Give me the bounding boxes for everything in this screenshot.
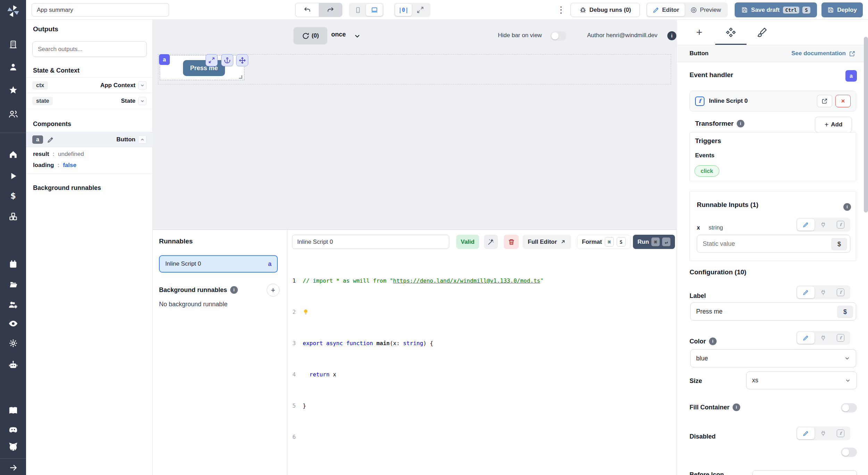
chevron-up-icon[interactable] bbox=[138, 135, 147, 144]
lightbulb-icon[interactable] bbox=[303, 307, 309, 317]
fullwidth-layout-button[interactable] bbox=[412, 4, 428, 16]
add-transformer-button[interactable]: + Add bbox=[815, 117, 852, 133]
tab-component-settings[interactable] bbox=[725, 26, 737, 39]
tab-editor[interactable]: Editor bbox=[647, 3, 685, 16]
mobile-view-button[interactable] bbox=[350, 4, 366, 16]
connect-mode-plug-button[interactable] bbox=[815, 286, 832, 298]
eval-mode-function-button[interactable]: f bbox=[832, 219, 849, 231]
dollar-template-button[interactable]: $ bbox=[837, 306, 853, 318]
app-summary-input[interactable] bbox=[32, 3, 169, 17]
connect-mode-plug-button[interactable] bbox=[815, 332, 832, 344]
redo-button[interactable] bbox=[319, 3, 342, 17]
press-me-button[interactable]: Press me bbox=[183, 60, 225, 76]
result-prop-row[interactable]: result : undefined bbox=[33, 151, 84, 158]
debug-runs-button[interactable]: Debug runs (0) bbox=[570, 3, 640, 17]
info-icon[interactable]: i bbox=[230, 286, 238, 294]
hide-bar-toggle[interactable] bbox=[550, 31, 566, 41]
event-handler-script-card[interactable]: f Inline Script 0 × bbox=[690, 91, 856, 111]
favorites-star-icon[interactable] bbox=[9, 85, 18, 94]
desktop-view-button[interactable] bbox=[366, 4, 383, 16]
fill-container-toggle[interactable] bbox=[841, 403, 857, 412]
delete-script-button[interactable] bbox=[504, 235, 519, 249]
user-icon[interactable] bbox=[9, 62, 18, 72]
resources-boxes-icon[interactable] bbox=[8, 212, 18, 221]
github-icon[interactable] bbox=[8, 442, 18, 452]
eval-mode-function-button[interactable]: f bbox=[832, 427, 849, 439]
full-editor-button[interactable]: Full Editor bbox=[523, 235, 571, 249]
code-editor[interactable]: 1// import * as wmill from "https://deno… bbox=[287, 255, 676, 475]
see-documentation-link[interactable]: See documentation bbox=[791, 50, 856, 57]
more-menu-button[interactable]: ⋮ bbox=[557, 3, 566, 17]
settings-gear-icon[interactable] bbox=[8, 339, 18, 348]
deploy-button[interactable]: Deploy bbox=[821, 2, 863, 17]
groups-icon[interactable] bbox=[8, 109, 18, 119]
connect-mode-plug-button[interactable] bbox=[815, 427, 832, 439]
open-script-button[interactable] bbox=[817, 95, 832, 107]
collapse-arrow-icon[interactable] bbox=[9, 463, 18, 472]
state-output-row[interactable]: state State bbox=[26, 93, 153, 109]
size-select[interactable]: xs bbox=[746, 372, 857, 389]
workspace-icon[interactable] bbox=[9, 40, 18, 49]
inline-script-item[interactable]: Inline Script 0 a bbox=[159, 255, 278, 273]
move-handle[interactable] bbox=[236, 54, 248, 66]
component-a-row[interactable]: a Button bbox=[26, 132, 153, 147]
refresh-count-button[interactable]: (0) bbox=[293, 27, 327, 44]
label-input[interactable] bbox=[691, 303, 856, 320]
script-name-input[interactable] bbox=[292, 235, 449, 249]
chevron-down-icon[interactable] bbox=[353, 32, 361, 40]
loading-prop-row[interactable]: loading : false bbox=[33, 162, 76, 169]
disabled-toggle[interactable] bbox=[841, 448, 857, 457]
windmill-app-editor: $ |0| ⋮ Debug runs (0) bbox=[0, 0, 868, 475]
run-button[interactable]: Run ⌘ ↵ bbox=[633, 235, 675, 249]
audit-eye-icon[interactable] bbox=[8, 319, 18, 328]
chevron-down-icon[interactable] bbox=[138, 97, 147, 105]
before-icon-select[interactable] bbox=[752, 470, 857, 475]
static-mode-pencil-button[interactable] bbox=[797, 427, 815, 439]
tab-insert-plus[interactable]: + bbox=[693, 26, 706, 39]
edit-pencil-icon[interactable] bbox=[47, 136, 54, 143]
discord-icon[interactable] bbox=[8, 425, 18, 434]
tab-preview[interactable]: Preview bbox=[685, 3, 726, 16]
dollar-template-button[interactable]: $ bbox=[831, 238, 847, 250]
static-mode-pencil-button[interactable] bbox=[797, 219, 815, 231]
ai-wand-button[interactable] bbox=[484, 235, 498, 249]
remove-script-button[interactable]: × bbox=[835, 95, 851, 107]
connect-mode-plug-button[interactable] bbox=[815, 219, 832, 231]
save-draft-button[interactable]: Save draft Ctrl S bbox=[735, 2, 817, 17]
info-icon[interactable]: i bbox=[709, 338, 717, 345]
schedules-calendar-icon[interactable] bbox=[9, 260, 18, 269]
expand-handle[interactable] bbox=[206, 54, 218, 66]
anchor-handle[interactable] bbox=[221, 54, 233, 66]
format-button[interactable]: Format ⌘ S bbox=[577, 235, 631, 249]
eval-mode-function-button[interactable]: f bbox=[832, 332, 849, 344]
undo-button[interactable] bbox=[295, 3, 319, 17]
panel-scrollbar[interactable] bbox=[864, 37, 868, 212]
chevron-down-icon[interactable] bbox=[138, 81, 147, 90]
center-layout-button[interactable]: |0| bbox=[395, 4, 412, 16]
ai-robot-icon[interactable] bbox=[8, 360, 18, 370]
recompute-mode-select[interactable]: once bbox=[331, 31, 346, 38]
info-icon[interactable]: i bbox=[737, 120, 744, 127]
ctx-output-row[interactable]: ctx App Context bbox=[26, 77, 153, 93]
static-mode-pencil-button[interactable] bbox=[797, 286, 815, 298]
windmill-logo[interactable] bbox=[6, 4, 20, 18]
tab-styling-brush[interactable] bbox=[756, 26, 768, 39]
eval-mode-function-button[interactable]: f bbox=[832, 286, 849, 298]
resize-handle[interactable] bbox=[239, 75, 242, 79]
static-mode-pencil-button[interactable] bbox=[797, 332, 815, 344]
search-outputs-input[interactable] bbox=[32, 41, 147, 57]
home-icon[interactable] bbox=[9, 150, 18, 159]
workers-users-gear-icon[interactable] bbox=[8, 300, 18, 310]
static-value-input[interactable] bbox=[697, 235, 850, 252]
add-background-runnable-button[interactable]: + bbox=[267, 284, 279, 297]
info-icon[interactable]: i bbox=[667, 31, 676, 40]
info-icon[interactable]: i bbox=[733, 403, 740, 411]
svg-text:$: $ bbox=[10, 191, 16, 200]
docs-book-icon[interactable] bbox=[8, 406, 18, 415]
folders-icon[interactable] bbox=[8, 280, 18, 289]
runs-play-icon[interactable] bbox=[9, 172, 18, 181]
app-canvas[interactable]: (0) once Hide bar on view Author henri@w… bbox=[153, 20, 676, 230]
color-select[interactable]: blue bbox=[690, 349, 856, 367]
variables-dollar-icon[interactable]: $ bbox=[9, 191, 18, 200]
info-icon[interactable]: i bbox=[843, 203, 851, 211]
